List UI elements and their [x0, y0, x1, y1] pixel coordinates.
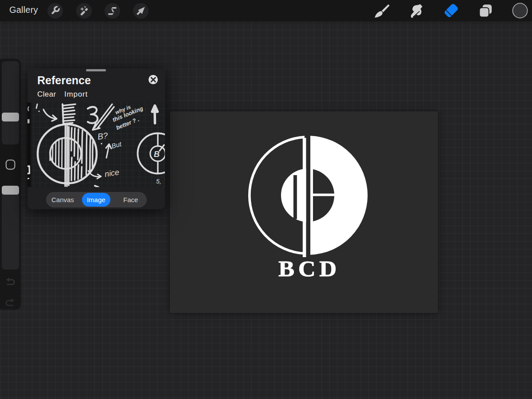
svg-text:B: B — [154, 150, 160, 159]
svg-text:5,: 5, — [156, 178, 161, 185]
svg-text:BCD: BCD — [278, 256, 340, 281]
svg-text:B?: B? — [97, 131, 109, 141]
